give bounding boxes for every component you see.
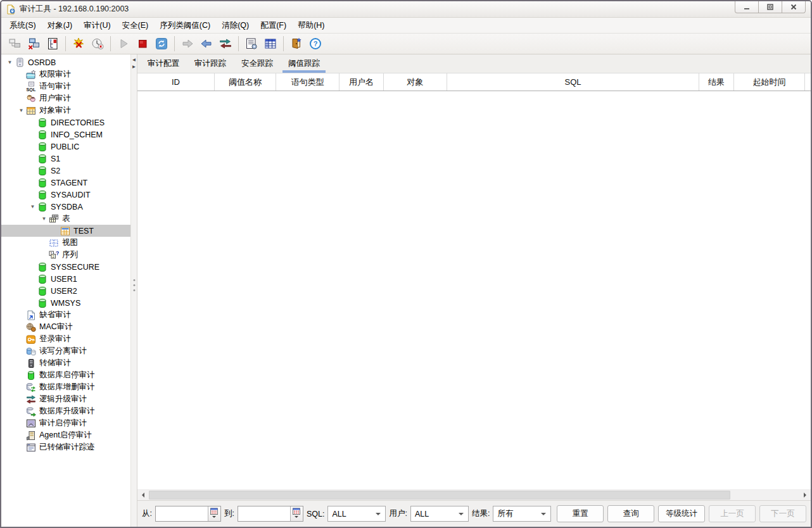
scroll-left-icon[interactable] xyxy=(137,490,148,501)
tree-item-缺省审计[interactable]: 缺省审计 xyxy=(1,309,130,321)
column-header-2[interactable]: 阈值名称 xyxy=(215,73,276,91)
tree-item-用户审计[interactable]: 用户审计 xyxy=(1,92,130,104)
tree-item-序列[interactable]: 12?序列 xyxy=(1,249,130,261)
menu-item-3[interactable]: 审计(U) xyxy=(78,18,116,33)
tab-threshold-trace[interactable]: 阈值跟踪 xyxy=(282,54,326,73)
scroll-right-icon[interactable] xyxy=(801,490,811,501)
menu-item-4[interactable]: 安全(E) xyxy=(117,18,155,33)
tree-item-DIRECTORIES[interactable]: DIRECTORIES xyxy=(1,116,130,129)
menu-item-5[interactable]: 序列类阈值(C) xyxy=(154,18,216,33)
sql-filter-dropdown[interactable]: ALL xyxy=(327,506,386,522)
menu-item-2[interactable]: 对象(J) xyxy=(42,18,79,33)
calendar-icon xyxy=(210,508,218,515)
tree-item-STAGENT[interactable]: STAGENT xyxy=(1,177,130,189)
tree-item-OSRDB[interactable]: ▼OSRDB xyxy=(1,56,130,68)
tree-item-转储审计[interactable]: 转储审计 xyxy=(1,357,130,369)
sidebar-tree-panel: ▼OSRDB权限审计SQL语句审计用户审计▼对象审计DIRECTORIESINF… xyxy=(1,54,130,527)
title-bar[interactable]: 审计工具 - 192.168.0.190:2003 xyxy=(1,1,811,18)
stop-button[interactable] xyxy=(133,35,152,53)
splitter-grip-icon[interactable] xyxy=(133,279,135,291)
result-filter-dropdown[interactable]: 所有 xyxy=(493,506,551,522)
restore-button[interactable] xyxy=(758,1,782,13)
collapse-right-icon[interactable]: ► xyxy=(132,63,137,70)
column-header-8[interactable]: 起始时间 xyxy=(734,73,805,91)
tree-item-SYSDBA[interactable]: ▼SYSDBA xyxy=(1,201,130,213)
from-calendar-button[interactable] xyxy=(208,506,220,521)
minimize-button[interactable] xyxy=(735,1,759,13)
tree-item-逻辑升级审计[interactable]: 逻辑升级审计 xyxy=(1,393,130,405)
expander-down-icon[interactable]: ▼ xyxy=(5,56,15,68)
column-header-3[interactable]: 语句类型 xyxy=(276,73,339,91)
disconnect-button[interactable] xyxy=(24,35,43,53)
to-date-input[interactable] xyxy=(238,506,290,521)
report-button[interactable] xyxy=(242,35,261,53)
user-filter-dropdown[interactable]: ALL xyxy=(410,506,469,522)
tree-item-WMSYS[interactable]: WMSYS xyxy=(1,297,130,309)
tree-item-USER2[interactable]: USER2 xyxy=(1,285,130,297)
tree-item-已转储审计踪迹[interactable]: 已转储审计踪迹 xyxy=(1,441,130,453)
schema-icon xyxy=(37,190,48,200)
tree-item-USER1[interactable]: USER1 xyxy=(1,273,130,285)
from-date-input[interactable] xyxy=(156,506,208,521)
menu-item-1[interactable]: 系统(S) xyxy=(4,18,42,33)
reset-button[interactable]: 重置 xyxy=(557,505,604,522)
report-icon xyxy=(245,37,258,50)
tree-item-S1[interactable]: S1 xyxy=(1,153,130,165)
agent-startstop-icon xyxy=(26,431,37,441)
tree-item-对象审计[interactable]: ▼对象审计 xyxy=(1,104,130,116)
close-button[interactable] xyxy=(782,1,806,13)
grid-body[interactable] xyxy=(137,91,811,489)
swap-arrows-button[interactable] xyxy=(216,35,235,53)
column-header-7[interactable]: 结果 xyxy=(699,73,734,91)
tree-item-数据库启停审计[interactable]: 数据库启停审计 xyxy=(1,369,130,381)
data-grid-button[interactable] xyxy=(261,35,280,53)
tree-item-视图[interactable]: 视图 xyxy=(1,237,130,249)
horizontal-scrollbar[interactable] xyxy=(137,489,811,500)
column-header-5[interactable]: 对象 xyxy=(384,73,447,91)
expander-down-icon[interactable]: ▼ xyxy=(39,213,49,225)
disconnect-icon xyxy=(27,37,40,50)
tree-item-TEST[interactable]: TEST xyxy=(1,225,130,237)
tree-item-数据库增删审计[interactable]: 数据库增删审计 xyxy=(1,381,130,393)
tab-audit-config[interactable]: 审计配置 xyxy=(142,54,185,73)
tree-item-数据库升级审计[interactable]: 数据库升级审计 xyxy=(1,405,130,417)
column-header-6[interactable]: SQL xyxy=(447,73,699,91)
menu-item-6[interactable]: 清除(Q) xyxy=(216,18,255,33)
tree-item-登录审计[interactable]: 登录审计 xyxy=(1,333,130,345)
refresh-button[interactable] xyxy=(152,35,171,53)
tree-item-审计启停审计[interactable]: 审计启停审计 xyxy=(1,417,130,429)
tree-item-权限审计[interactable]: 权限审计 xyxy=(1,68,130,80)
tree-item-语句审计[interactable]: SQL语句审计 xyxy=(1,80,130,92)
tab-audit-trace[interactable]: 审计跟踪 xyxy=(189,54,232,73)
splitter[interactable]: ◄ ► xyxy=(130,54,137,527)
scrollbar-thumb[interactable] xyxy=(149,491,730,500)
tree-item-PUBLIC[interactable]: PUBLIC xyxy=(1,141,130,153)
tree-item-MAC审计[interactable]: MAC审计 xyxy=(1,321,130,333)
clear-burst-button[interactable] xyxy=(69,35,88,53)
tree-item-SYSSECURE[interactable]: SYSSECURE xyxy=(1,261,130,273)
help-button[interactable]: ? xyxy=(306,35,325,53)
column-header-filler xyxy=(805,73,811,91)
exit-door-button[interactable] xyxy=(287,35,306,53)
tree-item-SYSAUDIT[interactable]: SYSAUDIT xyxy=(1,189,130,201)
collapse-left-icon[interactable]: ◄ xyxy=(132,56,137,63)
back-arrow-button[interactable] xyxy=(197,35,216,53)
tab-security-trace[interactable]: 安全跟踪 xyxy=(236,54,279,73)
tree-item-表[interactable]: ▼表 xyxy=(1,213,130,225)
scrollbar-track[interactable] xyxy=(148,490,801,500)
column-header-4[interactable]: 用户名 xyxy=(339,73,384,91)
tree-item-INFO_SCHEM[interactable]: INFO_SCHEM xyxy=(1,129,130,141)
query-button[interactable]: 查询 xyxy=(607,505,654,522)
column-header-1[interactable]: ID xyxy=(137,73,215,91)
tree-item-Agent启停审计[interactable]: Agent启停审计 xyxy=(1,429,130,441)
tree-item-读写分离审计[interactable]: 读写分离审计 xyxy=(1,345,130,357)
expander-down-icon[interactable]: ▼ xyxy=(16,104,26,116)
level-stats-button[interactable]: 等级统计 xyxy=(658,505,705,522)
to-calendar-button[interactable] xyxy=(290,506,303,521)
tree-item-S2[interactable]: S2 xyxy=(1,165,130,177)
expander-down-icon[interactable]: ▼ xyxy=(28,201,37,213)
menu-item-7[interactable]: 配置(F) xyxy=(255,18,292,33)
menu-item-8[interactable]: 帮助(H) xyxy=(292,18,330,33)
timer-clear-button[interactable] xyxy=(88,35,107,53)
audit-tree-button[interactable] xyxy=(43,35,62,53)
